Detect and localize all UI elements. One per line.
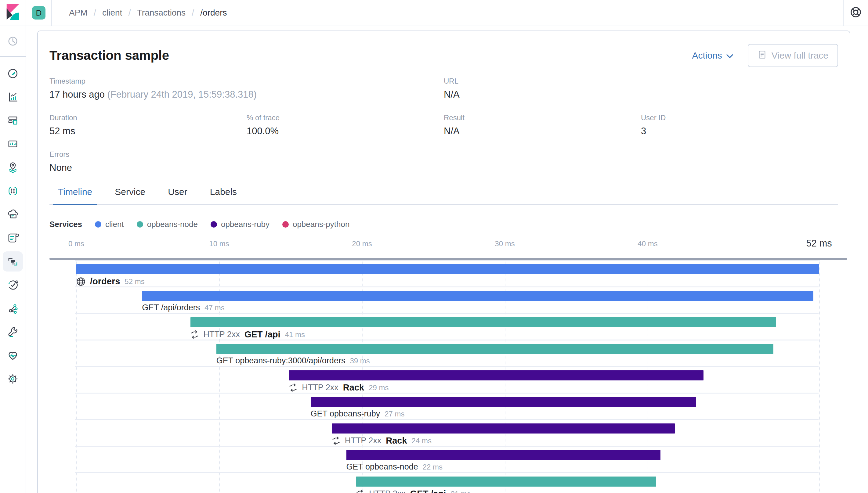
space-badge[interactable]: D <box>32 6 45 20</box>
waterfall-horizontal-scrollbar[interactable] <box>49 258 847 260</box>
app-root: D APM/client/Transactions//orders Transa… <box>0 0 868 493</box>
merge-icon <box>190 330 199 339</box>
span-prefix: HTTP 2xx <box>302 383 338 392</box>
span-prefix: HTTP 2xx <box>369 489 406 493</box>
sidebar-item-uptime[interactable] <box>0 273 26 297</box>
span-label[interactable]: GET /api/orders47 ms <box>142 303 224 313</box>
chevron-down-icon <box>726 50 733 61</box>
span-label[interactable]: GET opbeans-node22 ms <box>346 462 443 472</box>
waterfall-chart: 0 ms10 ms20 ms30 ms40 ms52 ms /orders52 … <box>49 234 838 493</box>
legend-dot-icon <box>211 221 217 228</box>
axis-tick-label: 20 ms <box>352 239 372 248</box>
discover-icon <box>3 63 23 84</box>
infra-icon <box>3 205 23 224</box>
waterfall-row: HTTP 2xxRack24 ms <box>49 419 838 446</box>
apm-icon <box>3 251 23 272</box>
sidebar-item-graph[interactable] <box>0 297 26 320</box>
span-duration: 41 ms <box>285 330 305 339</box>
kibana-logo-icon <box>5 4 20 22</box>
document-icon <box>758 50 767 61</box>
url-label: URL <box>444 77 641 85</box>
sidebar-nav <box>0 57 26 390</box>
sidebar-item-management[interactable] <box>0 367 26 390</box>
topbar-right <box>843 0 868 26</box>
sidebar-item-dev-tools[interactable] <box>0 320 26 344</box>
span-label[interactable]: GET opbeans-ruby27 ms <box>311 409 405 419</box>
sidebar-item-maps[interactable] <box>0 156 26 179</box>
sidebar-item-apm[interactable] <box>0 250 26 273</box>
span-label[interactable]: HTTP 2xxRack29 ms <box>289 383 388 393</box>
sidebar-item-machine-learning[interactable] <box>0 179 26 202</box>
sidebar-item-dashboard[interactable] <box>0 109 26 132</box>
actions-dropdown[interactable]: Actions <box>692 50 733 61</box>
breadcrumb-item-transactions[interactable]: Transactions <box>137 8 186 18</box>
span-label[interactable]: HTTP 2xxGET /api21 ms <box>356 489 471 493</box>
view-full-trace-button[interactable]: View full trace <box>748 44 838 67</box>
services-legend-items: clientopbeans-nodeopbeans-rubyopbeans-py… <box>95 220 350 229</box>
span-bar[interactable] <box>289 370 703 381</box>
sidebar-item-discover[interactable] <box>0 62 26 85</box>
span-label[interactable]: HTTP 2xxGET /api41 ms <box>190 329 305 340</box>
span-duration: 29 ms <box>369 384 388 392</box>
timestamp-relative: 17 hours ago <box>49 89 105 100</box>
time-axis: 0 ms10 ms20 ms30 ms40 ms52 ms <box>49 234 838 250</box>
sidebar-item-visualize[interactable] <box>0 85 26 109</box>
waterfall-row: HTTP 2xxGET /api41 ms <box>49 313 838 340</box>
merge-icon <box>289 384 297 392</box>
tab-service[interactable]: Service <box>113 187 147 205</box>
span-bar[interactable] <box>142 291 813 301</box>
span-bar[interactable] <box>76 264 819 274</box>
sidebar-item-infrastructure[interactable] <box>0 202 26 226</box>
timestamp-absolute: (February 24th 2019, 15:59:38.318) <box>107 89 257 100</box>
span-label[interactable]: /orders52 ms <box>76 276 145 286</box>
wrench-icon <box>3 322 23 342</box>
pct-of-trace-value: 100.0% <box>247 126 444 137</box>
span-bar[interactable] <box>332 424 675 433</box>
axis-tick-label: 10 ms <box>209 239 229 248</box>
metadata-timestamp: Timestamp 17 hours ago (February 24th 20… <box>49 77 444 100</box>
breadcrumb-item-client[interactable]: client <box>102 8 122 18</box>
span-name: Rack <box>343 383 364 393</box>
span-bar[interactable] <box>216 344 774 354</box>
span-bar[interactable] <box>190 317 776 327</box>
sidebar-item-recently-viewed[interactable] <box>0 26 26 56</box>
kibana-logo[interactable] <box>0 0 26 26</box>
span-bar[interactable] <box>356 476 656 487</box>
sidebar-item-canvas[interactable] <box>0 132 26 156</box>
span-label[interactable]: HTTP 2xxRack24 ms <box>332 436 431 446</box>
breadcrumb-item-apm[interactable]: APM <box>69 8 88 18</box>
merge-icon <box>332 436 340 445</box>
services-legend-title: Services <box>49 220 82 229</box>
user-id-value: 3 <box>641 126 838 137</box>
metadata-duration: Duration 52 ms <box>49 113 247 137</box>
sidebar-item-monitoring[interactable] <box>0 344 26 367</box>
waterfall-row: HTTP 2xxGET /api21 ms <box>49 472 838 493</box>
waterfall-row: GET /api/orders47 ms <box>49 286 838 313</box>
tab-timeline[interactable]: Timeline <box>57 187 93 205</box>
tab-user[interactable]: User <box>167 187 188 205</box>
span-name: GET opbeans-ruby:3000/api/orders <box>216 356 345 365</box>
span-duration: 47 ms <box>205 303 224 312</box>
help-button[interactable] <box>844 5 868 20</box>
span-bar[interactable] <box>346 450 661 460</box>
span-bar[interactable] <box>311 397 697 407</box>
span-label[interactable]: GET opbeans-ruby:3000/api/orders39 ms <box>216 356 370 365</box>
panel-header: Transaction sample Actions View full tra… <box>49 43 838 68</box>
span-duration: 39 ms <box>350 357 369 365</box>
metadata-row-2: Duration 52 ms % of trace 100.0% Result … <box>49 113 838 137</box>
legend-item-client: client <box>95 220 124 229</box>
graph-icon <box>3 298 23 319</box>
gear-icon <box>3 369 23 389</box>
metadata-user-id: User ID 3 <box>641 113 838 137</box>
errors-label: Errors <box>49 150 247 159</box>
waterfall-row: HTTP 2xxRack29 ms <box>49 366 838 393</box>
legend-item-opbeans-python: opbeans-python <box>282 220 350 229</box>
pct-of-trace-label: % of trace <box>247 113 444 122</box>
timestamp-label: Timestamp <box>49 77 444 85</box>
sidebar-item-logs[interactable] <box>0 226 26 250</box>
waterfall-row: /orders52 ms <box>49 260 838 286</box>
logs-icon <box>3 228 23 248</box>
tab-labels[interactable]: Labels <box>209 187 238 205</box>
metadata-result: Result N/A <box>444 113 641 137</box>
legend-dot-icon <box>95 221 101 228</box>
